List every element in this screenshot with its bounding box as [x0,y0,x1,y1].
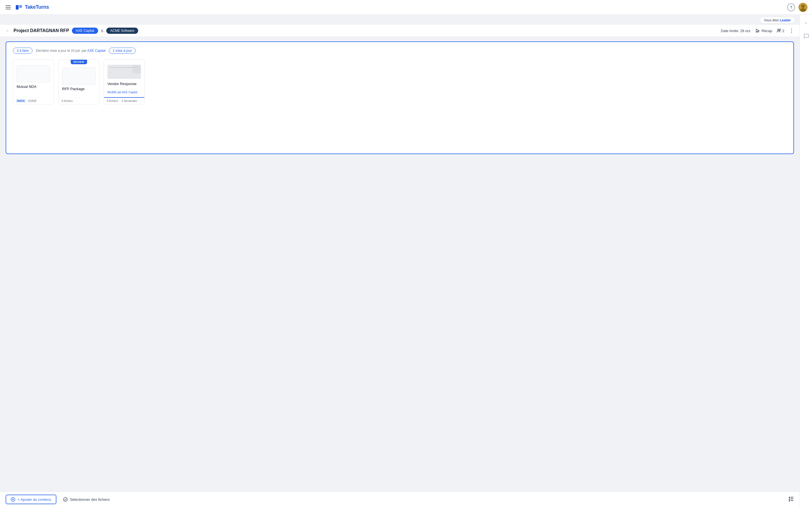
requests-count: 2 demandes [121,100,137,103]
acme-software-tag[interactable]: ACME Software [106,27,138,34]
project-title: Project DARTAGNAN RFP [13,28,69,33]
doc-card-body: Vendor Response Modifié par AXE Capital [104,60,144,97]
list-view-icon [788,496,794,502]
role-badge: Vous êtes Leader [760,17,795,24]
doc-card-body: Mutual NDA [13,60,54,97]
project-header-left: ← Project DARTAGNAN RFP AXE Capital & AC… [6,27,138,34]
doc-title: Vendor Response [107,82,141,86]
ampersand-divider: & [101,29,103,33]
role-banner: Vous êtes Leader [0,15,800,25]
avatar[interactable] [799,3,808,12]
update-badge[interactable]: 1 mise à jour [109,48,136,54]
document-card-vendor-response[interactable]: Vendor Response Modifié par AXE Capital … [104,59,145,105]
checkmark-icon [63,497,68,502]
role-label: Leader [780,18,791,22]
document-card-mutual-nda[interactable]: Mutual NDA DOCX 234KB [13,59,54,105]
files-count: 6 fichiers [107,100,118,103]
last-update-author[interactable]: AXE Capital [87,49,105,53]
svg-rect-14 [791,497,794,497]
project-header-right: Date limite: 28 oct. Récap 2 ⋮ [721,27,794,34]
bottom-bar-left: + Ajouter du contenu Sélectionner des fi… [6,495,110,504]
chat-button[interactable] [802,32,811,41]
header-left: TakeTurns [4,3,787,11]
right-panel: « [800,15,812,507]
logo[interactable]: TakeTurns [15,3,49,11]
list-view-button[interactable] [788,496,794,503]
select-files-label: Sélectionner des fichiers [70,497,110,502]
doc-modified: Modifié par AXE Capital [107,89,141,94]
svg-rect-17 [791,499,794,499]
header-right: ? [787,3,808,12]
date-limit: Date limite: 28 oct. [721,29,751,33]
last-update-prefix: Dernière mise à jour le 24 juil. par [36,49,87,53]
main-content: 3 à faire Dernière mise à jour le 24 jui… [0,37,800,492]
svg-rect-20 [791,500,794,501]
last-update-text: Dernière mise à jour le 24 juil. par AXE… [36,49,105,53]
add-content-label: + Ajouter du contenu [17,497,51,502]
more-options-button[interactable]: ⋮ [789,27,794,34]
doc-thumbnail [107,65,141,79]
main-layout: Vous êtes Leader ← Project DARTAGNAN RFP… [0,15,812,507]
status-bar: 3 à faire Dernière mise à jour le 24 jui… [13,48,786,54]
content-area: Vous êtes Leader ← Project DARTAGNAN RFP… [0,15,800,507]
add-content-button[interactable]: + Ajouter du contenu [6,495,56,504]
chat-icon [803,33,809,39]
help-button[interactable]: ? [787,3,795,11]
axe-capital-tag[interactable]: AXE Capital [72,27,98,34]
avatar-icon [799,3,808,12]
recap-label: Récap [762,29,772,33]
svg-rect-13 [789,497,790,498]
role-prefix: Vous êtes [764,18,780,22]
logo-text: TakeTurns [25,4,49,10]
users-count: 2 [782,29,784,33]
vendor-footer: 6 fichiers 2 demandes [104,97,144,104]
svg-rect-18 [791,499,793,500]
card-container: 3 à faire Dernière mise à jour le 24 jui… [6,41,794,154]
bottom-bar: + Ajouter du contenu Sélectionner des fi… [0,492,800,507]
recap-icon [756,29,760,33]
review-tag: REVIEW [70,60,87,64]
collapse-panel-button[interactable]: « [802,18,811,27]
svg-marker-6 [756,29,759,33]
svg-rect-0 [16,5,18,10]
hamburger-menu[interactable] [4,4,12,10]
doc-thumbnail [62,68,96,84]
todo-badge[interactable]: 3 à faire [13,48,33,54]
doc-thumbnail [17,65,50,82]
doc-card-body: RFP Package [59,60,99,98]
back-arrow[interactable]: ← [6,29,10,33]
svg-rect-19 [789,500,790,501]
documents-grid: Mutual NDA DOCX 234KB REVIEW RFP Package [13,59,786,105]
document-card-rfp-package[interactable]: REVIEW RFP Package 4 fichiers [58,59,99,105]
svg-point-12 [63,497,67,501]
users-button[interactable]: 2 [777,29,784,33]
doc-card-footer: DOCX 234KB [13,97,54,104]
add-icon [11,497,15,502]
select-files-button[interactable]: Sélectionner des fichiers [63,497,110,502]
recap-button[interactable]: Récap [756,29,772,33]
logo-icon [15,3,23,11]
svg-point-4 [801,4,805,8]
doc-title: Mutual NDA [17,84,50,89]
svg-rect-15 [791,497,793,498]
doc-card-footer: 4 fichiers [59,98,99,104]
app-header: TakeTurns ? [0,0,812,15]
doc-title: RFP Package [62,87,96,91]
users-icon [777,29,781,33]
project-header: ← Project DARTAGNAN RFP AXE Capital & AC… [0,25,800,37]
files-count: 4 fichiers [61,100,73,103]
doc-type-badge: DOCX [16,99,26,103]
collapse-arrows-icon: « [805,20,807,25]
svg-rect-16 [789,499,790,500]
doc-size: 234KB [28,100,36,103]
